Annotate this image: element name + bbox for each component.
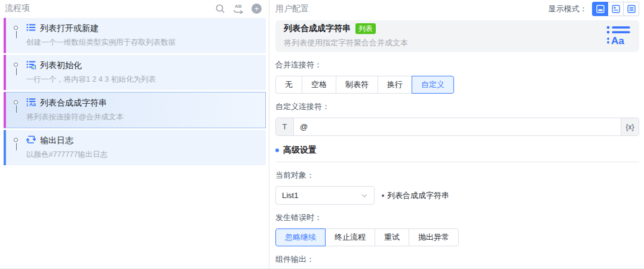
process-items-header: 流程项 AB +	[0, 0, 269, 17]
on-error-stop[interactable]: 终止流程	[325, 228, 375, 246]
on-error-option-group: 忽略继续 终止流程 重试 抛出异常	[275, 228, 459, 246]
joiner-option-newline[interactable]: 换行	[378, 76, 412, 94]
flow-node-connector	[14, 138, 18, 142]
text-type-toggle[interactable]: T	[276, 118, 294, 135]
user-config-header: 用户配置 显示模式：	[275, 0, 639, 18]
list-init-icon	[26, 60, 36, 71]
rename-swap-icon[interactable]: AB	[232, 3, 244, 14]
flow-item-subtitle: 一行一个，将内容1 2 4 3 初始化为列表	[26, 75, 261, 85]
section-bullet-icon	[275, 149, 279, 152]
chevron-down-icon	[361, 192, 368, 199]
current-object-label: 当前对象：	[275, 170, 639, 181]
flow-item-list: 列表打开或新建 创建一个一维数组类型实例用于存取列表数据	[0, 17, 269, 165]
output-log-icon	[26, 135, 36, 146]
display-mode-compact-button[interactable]	[623, 2, 639, 16]
flow-item-title: 列表打开或新建	[40, 23, 99, 34]
display-mode-detail-button[interactable]	[592, 2, 608, 16]
current-object-select[interactable]: List1	[275, 186, 375, 205]
add-item-button[interactable]: +	[252, 4, 262, 14]
insert-variable-button[interactable]: {x}	[621, 118, 639, 135]
custom-joiner-input-group: T {x}	[275, 118, 639, 136]
component-output-label: 组件输出：	[275, 254, 639, 265]
flow-item-title: 列表合成成字符串	[40, 98, 107, 109]
flow-item-list-init[interactable]: 列表初始化 一行一个，将内容1 2 4 3 初始化为列表	[4, 55, 266, 90]
flow-item-subtitle: 将列表按连接符@合并成文本	[26, 112, 260, 122]
component-summary-card: 列表合成成字符串 列表 将列表使用指定字符聚合合并成文本 Aa	[275, 20, 639, 52]
joiner-label: 合并连接符：	[275, 60, 639, 70]
advanced-settings-header: 高级设置	[275, 145, 639, 162]
advanced-settings-title: 高级设置	[283, 145, 317, 156]
display-mode-medium-button[interactable]	[608, 2, 624, 16]
category-badge: 列表	[355, 23, 376, 34]
display-mode-label: 显示模式：	[548, 4, 587, 14]
joiner-option-group: 无 空格 制表符 换行 自定义	[275, 76, 454, 94]
on-error-throw[interactable]: 抛出异常	[409, 228, 459, 246]
display-mode-group	[592, 2, 639, 16]
joiner-option-custom[interactable]: 自定义	[412, 76, 454, 94]
list-icon	[26, 23, 36, 34]
process-items-panel: 流程项 AB +	[0, 0, 269, 268]
svg-text:Aa: Aa	[611, 35, 624, 47]
flow-node-connector	[14, 63, 18, 67]
on-error-label: 发生错误时：	[275, 212, 639, 223]
hint-bullet-icon	[382, 194, 384, 197]
flow-item-title: 列表初始化	[40, 60, 82, 71]
user-config-panel: 用户配置 显示模式：	[269, 0, 644, 268]
flow-item-title: 输出日志	[40, 135, 73, 146]
current-object-hint: 列表合成成字符串	[382, 190, 449, 201]
flow-item-output-log[interactable]: 输出日志 以颜色#777777输出日志	[4, 130, 266, 165]
flow-node-connector	[14, 26, 18, 30]
on-error-retry[interactable]: 重试	[375, 228, 409, 246]
list-to-string-icon: Aa	[26, 97, 36, 109]
svg-text:AB: AB	[235, 4, 242, 9]
joiner-option-none[interactable]: 无	[275, 76, 302, 94]
flow-item-list-open[interactable]: 列表打开或新建 创建一个一维数组类型实例用于存取列表数据	[4, 18, 266, 53]
flow-node-connector	[14, 100, 18, 104]
component-description: 将列表使用指定字符聚合合并成文本	[284, 38, 408, 48]
flow-item-subtitle: 以颜色#777777输出日志	[26, 150, 261, 160]
on-error-ignore[interactable]: 忽略继续	[275, 228, 326, 246]
component-title: 列表合成成字符串	[284, 23, 351, 34]
list-to-string-large-icon: Aa	[606, 24, 631, 48]
flow-item-subtitle: 创建一个一维数组类型实例用于存取列表数据	[26, 38, 261, 48]
custom-joiner-input[interactable]	[294, 118, 621, 135]
joiner-option-tab[interactable]: 制表符	[336, 76, 378, 94]
joiner-option-space[interactable]: 空格	[302, 76, 336, 94]
current-object-value: List1	[282, 191, 298, 200]
rpa-workflow-window: 流程项 AB +	[0, 0, 644, 269]
svg-text:Aa: Aa	[29, 101, 36, 107]
flow-item-list-to-string[interactable]: Aa 列表合成成字符串 将列表按连接符@合并成文本	[4, 92, 266, 128]
user-config-title: 用户配置	[275, 4, 309, 14]
process-items-title: 流程项	[5, 3, 30, 14]
custom-joiner-label: 自定义连接符：	[275, 101, 639, 112]
search-icon[interactable]	[215, 4, 225, 14]
